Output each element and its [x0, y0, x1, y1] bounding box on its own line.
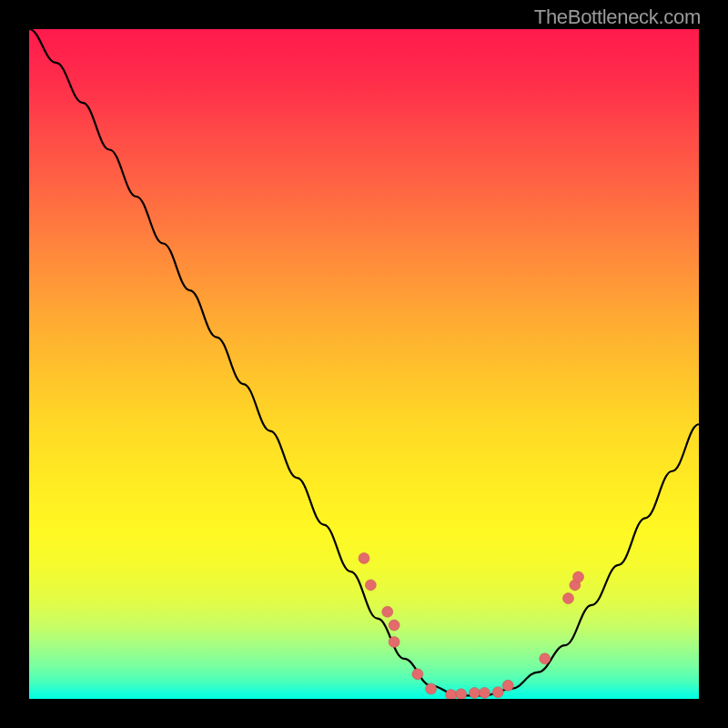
data-point [502, 680, 513, 691]
data-point [389, 636, 399, 647]
data-point [573, 571, 584, 582]
watermark-text: TheBottleneck.com [534, 5, 701, 29]
data-point [382, 606, 393, 617]
data-point [446, 690, 457, 699]
data-point [456, 689, 467, 699]
data-markers [359, 552, 584, 699]
data-point [365, 580, 376, 591]
data-point [469, 687, 480, 698]
data-point [359, 552, 369, 563]
data-point [540, 653, 551, 664]
chart-svg [29, 29, 699, 699]
data-point [492, 687, 503, 698]
data-point [389, 620, 399, 631]
data-point [412, 669, 423, 680]
plot-area [29, 29, 699, 699]
bottleneck-curve [29, 29, 699, 695]
data-point [479, 687, 490, 698]
chart-container: TheBottleneck.com [0, 0, 728, 728]
data-point [562, 593, 573, 604]
data-point [426, 683, 437, 694]
